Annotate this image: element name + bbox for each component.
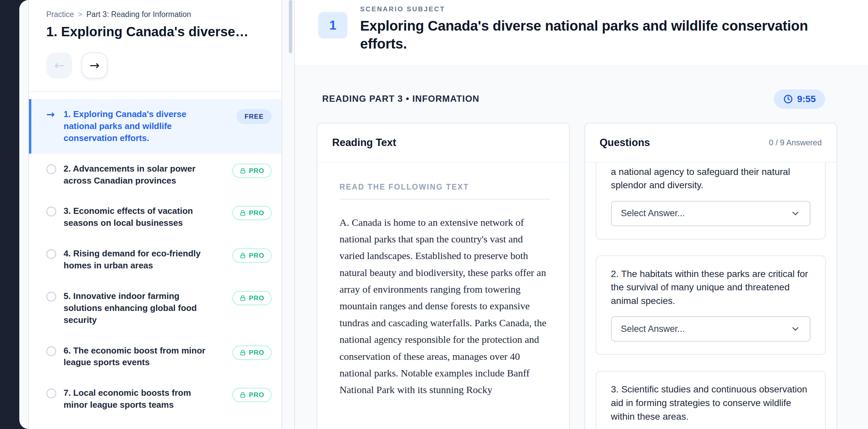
scenario-list: → 1. Exploring Canada's diverse national… (29, 92, 282, 420)
lock-icon (240, 210, 246, 216)
question-2-text: 2. The habitats within these parks are c… (611, 267, 811, 308)
arrow-left-icon: ← (54, 60, 64, 71)
questions-card-header: Questions 0 / 9 Answered (585, 123, 837, 163)
radio-icon[interactable] (46, 292, 56, 302)
sidebar-item-1[interactable]: → 1. Exploring Canada's diverse national… (29, 99, 282, 154)
select-placeholder: Select Answer... (621, 208, 685, 219)
reading-passage: A. Canada is home to an extensive networ… (339, 214, 550, 398)
lock-icon (240, 392, 246, 398)
reading-card-body: READ THE FOLLOWING TEXT A. Canada is hom… (317, 163, 569, 429)
sidebar-item-6[interactable]: 6. The economic boost from minor league … (29, 335, 282, 378)
scenario-item-label: 1. Exploring Canada's diverse national p… (64, 108, 214, 144)
sidebar-item-3[interactable]: 3. Economic effects of vacation seasons … (29, 196, 282, 238)
questions-card-body: a national agency to safeguard their nat… (585, 163, 837, 429)
app-root: Practice > Part 3: Reading for Informati… (0, 0, 868, 429)
timer-value: 9:55 (797, 94, 816, 104)
sidebar-item-4[interactable]: 4. Rising demand for eco-friendly homes … (29, 238, 282, 281)
sidebar-card: Practice > Part 3: Reading for Informati… (28, 0, 282, 429)
scenario-number-badge: 1 (318, 12, 347, 39)
pro-badge-label: PRO (249, 252, 264, 259)
sidebar-scrollbar-thumb[interactable] (289, 0, 292, 53)
sidebar-item-2[interactable]: 2. Advancements in solar power across Ca… (29, 154, 282, 196)
clock-icon (783, 94, 793, 104)
question-3-card: 3. Scientific studies and continuous obs… (596, 371, 826, 429)
sidebar: Practice > Part 3: Reading for Informati… (19, 0, 294, 429)
question-1-card: a national agency to safeguard their nat… (596, 163, 826, 239)
scenario-item-label: 5. Innovative indoor farming solutions e… (64, 290, 214, 326)
arrow-right-icon: → (90, 60, 99, 71)
answered-progress: 0 / 9 Answered (769, 138, 822, 147)
main-body: READING PART 3 • INFORMATION 9:55 Readin… (295, 66, 868, 429)
sidebar-header: Practice > Part 3: Reading for Informati… (29, 0, 282, 92)
pro-badge-label: PRO (249, 349, 264, 357)
breadcrumb-current: Part 3: Reading for Information (87, 10, 191, 19)
lock-icon (240, 295, 246, 301)
lock-icon (240, 168, 246, 174)
question-1-text: a national agency to safeguard their nat… (611, 165, 811, 192)
breadcrumb-practice[interactable]: Practice (46, 10, 74, 19)
chevron-down-icon (790, 324, 800, 334)
reading-text-card: Reading Text READ THE FOLLOWING TEXT A. … (317, 123, 570, 429)
pro-badge-label: PRO (249, 209, 264, 217)
timer-badge: 9:55 (774, 90, 825, 109)
question-3-text: 3. Scientific studies and continuous obs… (611, 383, 811, 423)
lock-icon (240, 253, 246, 259)
previous-scenario-button[interactable]: ← (46, 53, 72, 78)
radio-icon[interactable] (46, 249, 56, 259)
sidebar-item-7[interactable]: 7. Local economic boosts from minor leag… (29, 378, 282, 420)
pro-badge: PRO (232, 164, 272, 178)
questions-card-title: Questions (600, 137, 650, 148)
question-2-answer-select[interactable]: Select Answer... (611, 316, 811, 341)
select-placeholder: Select Answer... (621, 324, 685, 334)
next-scenario-button[interactable]: → (82, 53, 107, 78)
content-sheet: Practice > Part 3: Reading for Informati… (19, 0, 868, 429)
scenario-item-label: 7. Local economic boosts from minor leag… (64, 387, 214, 411)
breadcrumb: Practice > Part 3: Reading for Informati… (46, 10, 264, 19)
scenario-subject-label: SCENARIO SUBJECT (360, 5, 826, 13)
scenario-item-label: 2. Advancements in solar power across Ca… (64, 163, 214, 187)
pro-badge: PRO (232, 249, 272, 263)
sidebar-scenario-title: 1. Exploring Canada's diverse… (46, 24, 264, 39)
question-1-answer-select[interactable]: Select Answer... (611, 201, 811, 226)
pro-badge-label: PRO (249, 167, 264, 174)
scenario-nav-buttons: ← → (46, 53, 264, 78)
radio-icon[interactable] (46, 206, 56, 217)
questions-card: Questions 0 / 9 Answered a national agen… (584, 123, 837, 429)
reading-card-header: Reading Text (317, 123, 569, 163)
page-title: Exploring Canada's diverse national park… (360, 17, 826, 53)
pro-badge: PRO (232, 388, 272, 402)
chevron-down-icon (790, 208, 800, 219)
radio-icon[interactable] (46, 346, 56, 356)
left-dark-rail (0, 0, 19, 429)
section-label: READING PART 3 • INFORMATION (322, 94, 479, 104)
radio-icon[interactable] (46, 164, 56, 174)
cards-row: Reading Text READ THE FOLLOWING TEXT A. … (317, 123, 837, 429)
radio-icon[interactable] (46, 389, 56, 398)
reading-card-title: Reading Text (332, 137, 396, 148)
section-row: READING PART 3 • INFORMATION 9:55 (322, 90, 825, 109)
lock-icon (240, 350, 246, 356)
pro-badge: PRO (232, 345, 272, 360)
reading-instruction: READ THE FOLLOWING TEXT (339, 183, 550, 200)
scenario-item-label: 4. Rising demand for eco-friendly homes … (64, 248, 214, 272)
pro-badge-label: PRO (249, 294, 264, 302)
pro-badge-label: PRO (249, 391, 264, 399)
main-panel: 1 SCENARIO SUBJECT Exploring Canada's di… (294, 0, 868, 429)
scenario-header-text: SCENARIO SUBJECT Exploring Canada's dive… (360, 5, 826, 53)
scenario-header: 1 SCENARIO SUBJECT Exploring Canada's di… (295, 0, 868, 66)
scenario-item-label: 3. Economic effects of vacation seasons … (64, 205, 214, 229)
pro-badge: PRO (232, 206, 272, 220)
sidebar-item-5[interactable]: 5. Innovative indoor farming solutions e… (29, 281, 282, 335)
pro-badge: PRO (232, 291, 272, 305)
breadcrumb-separator: > (78, 10, 82, 19)
question-2-card: 2. The habitats within these parks are c… (596, 255, 826, 355)
active-arrow-icon: → (46, 108, 56, 121)
scenario-item-label: 6. The economic boost from minor league … (64, 345, 214, 369)
free-badge: FREE (237, 109, 272, 124)
